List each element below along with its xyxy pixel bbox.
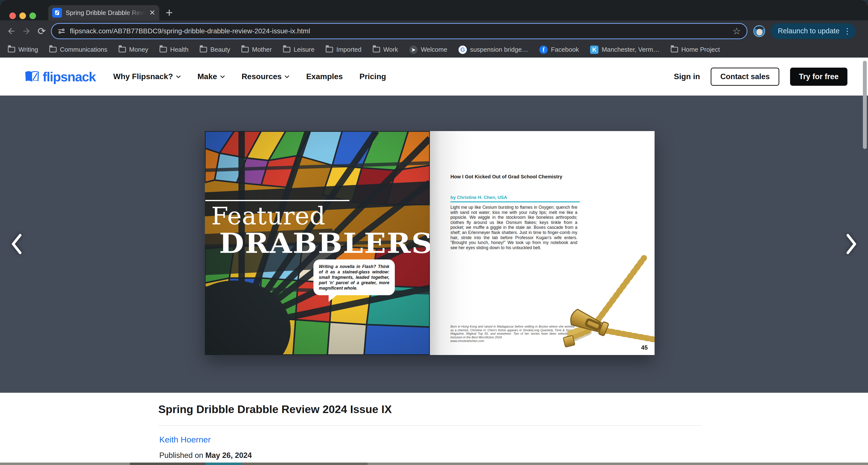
- reload-button[interactable]: ⟳: [35, 25, 48, 37]
- next-section-edge: [0, 463, 868, 465]
- bookmark-facebook[interactable]: fFacebook: [539, 45, 579, 54]
- tab-title: Spring Dribble Drabble Review: [66, 9, 148, 17]
- left-page-title-line1: Featured: [211, 202, 326, 230]
- folder-icon: [671, 47, 678, 53]
- traffic-lights: [9, 12, 36, 19]
- bookmark-folder-money[interactable]: Money: [119, 46, 148, 54]
- bookmark-manchester[interactable]: KManchester, Verm…: [590, 45, 659, 54]
- relaunch-to-update-button[interactable]: Relaunch to update ⋮: [771, 23, 856, 39]
- tab-strip: Spring Dribble Drabble Review ✕ +: [0, 0, 868, 20]
- bookmark-folder-leisure[interactable]: Leisure: [283, 46, 314, 54]
- byline-rule: [451, 202, 580, 203]
- folder-icon: [326, 47, 333, 53]
- folder-icon: [283, 47, 290, 53]
- forward-arrow-icon: [22, 27, 31, 36]
- browser-menu-icon[interactable]: ⋮: [843, 27, 851, 36]
- story-heading: How I Got Kicked Out of Grad School Chem…: [451, 174, 579, 180]
- relaunch-label: Relaunch to update: [778, 27, 840, 35]
- facebook-icon: f: [539, 45, 548, 54]
- browser-tab[interactable]: Spring Dribble Drabble Review ✕: [48, 5, 159, 20]
- main-nav: Why Flipsnack? Make Resources Examples P…: [113, 72, 386, 81]
- quote-text: Writing a novella in Flash? Think of it …: [319, 264, 390, 290]
- zipper-image: [562, 252, 655, 355]
- bookmark-suspension-bridge[interactable]: Gsuspension bridge…: [459, 45, 528, 54]
- published-prefix: Published on: [159, 451, 205, 460]
- minimize-window-button[interactable]: [19, 12, 26, 19]
- header-actions: Sign in Contact sales Try for free: [674, 68, 847, 86]
- bookmark-folder-health[interactable]: Health: [159, 46, 188, 54]
- globe-icon: ➤: [409, 45, 417, 54]
- author-bio: Born in Hong Kong and raised in Madagasc…: [451, 325, 575, 339]
- avatar-face: [756, 29, 763, 35]
- nav-examples[interactable]: Examples: [306, 72, 343, 81]
- publication-title: Spring Dribble Drabble Review 2024 Issue…: [158, 403, 392, 416]
- folder-icon: [119, 47, 126, 53]
- folder-icon: [49, 47, 57, 53]
- chevron-right-icon: [845, 234, 858, 254]
- url-bar[interactable]: flipsnack.com/AB7B77BBDC9/spring-dribble…: [51, 23, 747, 39]
- fullscreen-window-button[interactable]: [29, 12, 36, 19]
- previous-page-button[interactable]: [7, 232, 27, 256]
- left-page-title-line2: DRABBLERS: [219, 227, 430, 259]
- forward-button[interactable]: [20, 25, 33, 37]
- flipsnack-logo[interactable]: flipsnack: [25, 69, 96, 84]
- chevron-left-icon: [10, 234, 23, 254]
- author-bio-url: www.christinehchen.com: [451, 339, 484, 343]
- chevron-down-icon: [176, 75, 181, 79]
- story-byline: by Christine H. Chen, USA: [451, 195, 507, 200]
- bookmark-folder-home-project[interactable]: Home Project: [671, 46, 720, 54]
- publication-info-section: Spring Dribble Drabble Review 2024 Issue…: [0, 393, 868, 465]
- close-window-button[interactable]: [9, 12, 16, 19]
- author-link[interactable]: Keith Hoerner: [159, 435, 211, 444]
- title-overline: [205, 200, 349, 201]
- bookmark-star-icon[interactable]: ☆: [733, 27, 741, 36]
- contact-sales-button[interactable]: Contact sales: [711, 68, 779, 86]
- profile-avatar[interactable]: [753, 25, 765, 37]
- next-page-button[interactable]: [841, 232, 861, 256]
- nav-why-flipsnack[interactable]: Why Flipsnack?: [113, 72, 181, 81]
- nav-resources[interactable]: Resources: [242, 72, 290, 81]
- chevron-down-icon: [284, 75, 289, 79]
- flipbook-right-page[interactable]: How I Got Kicked Out of Grad School Chem…: [430, 131, 655, 355]
- back-button[interactable]: [5, 25, 18, 37]
- nav-pricing[interactable]: Pricing: [360, 72, 386, 81]
- new-tab-button[interactable]: +: [166, 6, 173, 19]
- bookmark-welcome[interactable]: ➤Welcome: [409, 45, 447, 54]
- folder-icon: [241, 47, 249, 53]
- flipsnack-book-icon: [25, 70, 40, 83]
- bookmark-folder-beauty[interactable]: Beauty: [200, 46, 230, 54]
- browser-window: Spring Dribble Drabble Review ✕ + ⟳ flip…: [0, 0, 868, 465]
- bookmarks-bar: Writing Communications Money Health Beau…: [0, 42, 868, 58]
- bookmark-folder-writing[interactable]: Writing: [8, 46, 38, 54]
- folder-icon: [373, 47, 380, 53]
- nav-make[interactable]: Make: [197, 72, 225, 81]
- k-icon: K: [590, 45, 598, 54]
- sign-in-link[interactable]: Sign in: [674, 72, 700, 81]
- try-for-free-button[interactable]: Try for free: [790, 68, 847, 86]
- url-text[interactable]: flipsnack.com/AB7B77BBDC9/spring-dribble…: [70, 27, 733, 35]
- browser-toolbar: ⟳ flipsnack.com/AB7B77BBDC9/spring-dribb…: [0, 20, 868, 42]
- bookmark-folder-communications[interactable]: Communications: [49, 46, 107, 54]
- bookmark-folder-work[interactable]: Work: [373, 46, 398, 54]
- google-icon: G: [459, 45, 467, 54]
- published-date: May 26, 2024: [205, 451, 252, 460]
- close-tab-icon[interactable]: ✕: [149, 9, 155, 17]
- brand-wordmark: flipsnack: [43, 69, 96, 84]
- flipbook-left-page[interactable]: Featured DRABBLERS Writing a novella in …: [205, 131, 430, 355]
- bookmark-folder-imported[interactable]: Imported: [326, 46, 362, 54]
- published-date-line: Published on May 26, 2024: [159, 451, 252, 460]
- bookmark-folder-mother[interactable]: Mother: [241, 46, 272, 54]
- site-header: flipsnack Why Flipsnack? Make Resources …: [0, 58, 868, 96]
- folder-icon: [159, 47, 167, 53]
- window-body: Spring Dribble Drabble Review ✕ + ⟳ flip…: [0, 0, 868, 465]
- scrollbar-thumb[interactable]: [863, 61, 867, 149]
- flipbook-spread[interactable]: Featured DRABBLERS Writing a novella in …: [205, 131, 655, 355]
- folder-icon: [200, 47, 207, 53]
- quote-bubble: Writing a novella in Flash? Think of it …: [313, 259, 395, 295]
- site-settings-icon[interactable]: [58, 27, 65, 35]
- quote-bubble-tail: [329, 294, 337, 302]
- chevron-down-icon: [220, 75, 225, 79]
- flipbook-viewer: Featured DRABBLERS Writing a novella in …: [0, 96, 868, 393]
- back-arrow-icon: [7, 27, 16, 36]
- flipsnack-favicon-icon: [52, 8, 62, 18]
